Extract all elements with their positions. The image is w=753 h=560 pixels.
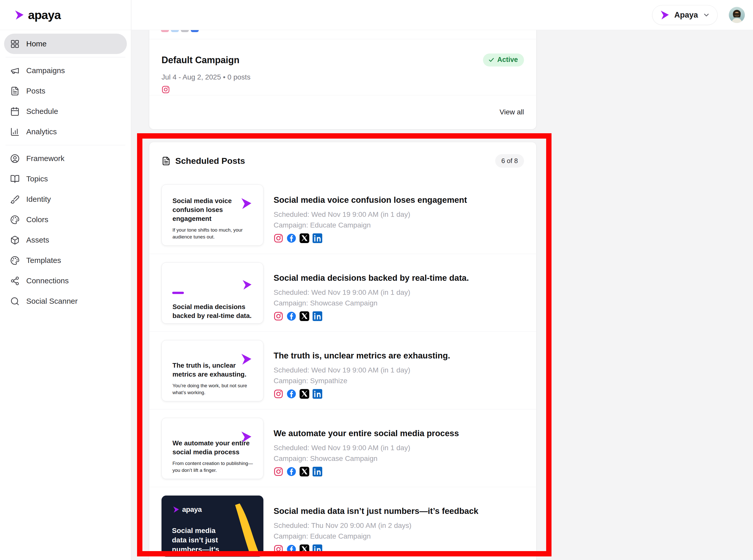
post-campaign: Campaign: Educate Campaign: [273, 221, 467, 229]
file-text-icon: [162, 156, 171, 166]
post-thumbnail: The truth is, unclear metrics are exhaus…: [162, 340, 263, 401]
facebook-icon: [287, 311, 296, 321]
megaphone-icon: [10, 66, 20, 75]
post-title: Social media voice confusion loses engag…: [273, 195, 467, 205]
thumbnail-heading: The truth is, unclear metrics are exhaus…: [172, 361, 253, 379]
x-icon: [181, 30, 189, 32]
share-icon: [10, 276, 20, 286]
thumbnail-subtext: If your tone shifts too much, your audie…: [172, 226, 253, 240]
sidebar: apaya Home Campaigns Posts Schedule: [0, 0, 131, 560]
cutoff-campaign-row: [149, 30, 536, 39]
sidebar-item-label: Campaigns: [26, 66, 65, 75]
sidebar-nav: Home Campaigns Posts Schedule Analytics: [0, 30, 131, 311]
view-all-link[interactable]: View all: [500, 108, 524, 116]
app-root: apaya Home Campaigns Posts Schedule: [0, 0, 753, 560]
campaign-row[interactable]: Default Campaign Active Jul 4 - Aug 2, 2…: [149, 39, 536, 95]
scheduled-post-row[interactable]: Social media decisions backed by real-ti…: [149, 254, 536, 332]
scheduled-post-row[interactable]: The truth is, unclear metrics are exhaus…: [149, 332, 536, 409]
facebook-icon: [287, 544, 296, 554]
sidebar-item-assets[interactable]: Assets: [4, 230, 127, 250]
campaigns-card-footer: View all: [149, 95, 536, 129]
instagram-icon: [162, 85, 170, 94]
sidebar-item-label: Social Scanner: [26, 297, 78, 305]
workspace-switcher-button[interactable]: Apaya: [652, 5, 718, 25]
post-thumbnail: apaya Social media data isn’t just numbe…: [162, 496, 263, 557]
post-platforms: [273, 389, 450, 399]
sidebar-item-templates[interactable]: Templates: [4, 250, 127, 271]
avatar-photo: [729, 7, 745, 23]
thumbnail-subtext: From content creation to publishing—you …: [172, 460, 253, 474]
sidebar-item-campaigns[interactable]: Campaigns: [4, 60, 127, 81]
scheduled-post-row[interactable]: Social media voice confusion loses engag…: [149, 176, 536, 254]
apaya-wordmark: apaya: [28, 8, 61, 22]
post-thumbnail: Social media decisions backed by real-ti…: [162, 262, 263, 324]
user-circle-icon: [10, 154, 20, 163]
apaya-logo-icon: [13, 9, 24, 21]
status-badge: Active: [483, 54, 524, 66]
sidebar-item-label: Assets: [26, 236, 49, 244]
workspace-name: Apaya: [674, 11, 698, 20]
scheduled-post-row[interactable]: We automate your entire social media pro…: [149, 409, 536, 487]
linkedin-icon: [312, 311, 322, 321]
post-campaign: Campaign: Showcase Campaign: [273, 455, 459, 463]
post-thumbnail: We automate your entire social media pro…: [162, 418, 263, 479]
thumbnail-brand: apaya: [172, 505, 202, 514]
sidebar-item-label: Posts: [26, 87, 45, 95]
palette-icon: [10, 215, 20, 224]
paintbrush-icon: [10, 195, 20, 204]
sidebar-item-identity[interactable]: Identity: [4, 189, 127, 209]
instagram-icon: [161, 30, 169, 32]
post-thumbnail: Social media voice confusion loses engag…: [162, 184, 263, 246]
scheduled-post-row[interactable]: apaya Social media data isn’t just numbe…: [149, 487, 536, 560]
topbar: Apaya: [131, 0, 753, 30]
campaigns-card: Default Campaign Active Jul 4 - Aug 2, 2…: [149, 30, 536, 129]
sidebar-item-label: Connections: [26, 276, 69, 285]
post-scheduled-time: Scheduled: Wed Nov 19 9:00 AM (in 1 day): [273, 444, 459, 452]
sidebar-item-label: Analytics: [26, 127, 57, 136]
post-campaign: Campaign: Showcase Campaign: [273, 299, 469, 307]
book-open-icon: [10, 174, 20, 184]
sidebar-item-framework[interactable]: Framework: [4, 148, 127, 169]
section-title: Scheduled Posts: [175, 156, 245, 166]
sidebar-item-label: Colors: [26, 215, 48, 224]
apaya-logo-icon: [659, 10, 670, 20]
linkedin-icon: [312, 544, 322, 554]
post-title: The truth is, unclear metrics are exhaus…: [273, 351, 450, 361]
instagram-icon: [273, 233, 283, 243]
thumbnail-subtext: You’re doing the work, but not sure what…: [172, 382, 253, 396]
sidebar-item-schedule[interactable]: Schedule: [4, 101, 127, 122]
sidebar-item-connections[interactable]: Connections: [4, 271, 127, 291]
post-scheduled-time: Scheduled: Wed Nov 19 9:00 AM (in 1 day): [273, 366, 450, 374]
sidebar-item-social-scanner[interactable]: Social Scanner: [4, 291, 127, 311]
apaya-logo-icon: [172, 506, 180, 513]
sidebar-item-label: Framework: [26, 154, 64, 163]
post-scheduled-time: Scheduled: Wed Nov 19 9:00 AM (in 1 day): [273, 288, 469, 297]
post-scheduled-time: Scheduled: Wed Nov 19 9:00 AM (in 1 day): [273, 211, 467, 219]
facebook-icon: [171, 30, 179, 32]
facebook-icon: [287, 389, 296, 399]
count-badge: 6 of 8: [495, 154, 524, 168]
sidebar-item-home[interactable]: Home: [4, 34, 127, 54]
sidebar-item-label: Topics: [26, 175, 48, 183]
sidebar-item-posts[interactable]: Posts: [4, 81, 127, 101]
calendar-icon: [10, 107, 20, 116]
box-icon: [10, 235, 20, 245]
post-platforms: [273, 467, 459, 476]
instagram-icon: [273, 544, 283, 554]
sidebar-item-analytics[interactable]: Analytics: [4, 122, 127, 142]
thumbnail-heading: Social media voice confusion loses engag…: [172, 196, 253, 223]
user-avatar[interactable]: [729, 7, 745, 23]
sidebar-divider: [6, 57, 125, 57]
thumbnail-heading: Social media data isn’t just numbers—it’…: [172, 526, 229, 557]
sidebar-item-topics[interactable]: Topics: [4, 169, 127, 189]
thumbnail-heading: Social media decisions backed by real-ti…: [172, 302, 253, 320]
post-campaign: Campaign: Sympathize: [273, 377, 450, 385]
apaya-wordmark: apaya: [182, 505, 202, 514]
sidebar-item-label: Home: [26, 39, 47, 48]
chevron-down-icon: [703, 11, 710, 19]
linkedin-icon: [312, 233, 322, 243]
facebook-icon: [287, 467, 296, 476]
post-campaign: Campaign: Educate Campaign: [273, 532, 479, 540]
post-title: Social media data isn’t just numbers—it’…: [273, 506, 479, 516]
sidebar-item-colors[interactable]: Colors: [4, 209, 127, 230]
